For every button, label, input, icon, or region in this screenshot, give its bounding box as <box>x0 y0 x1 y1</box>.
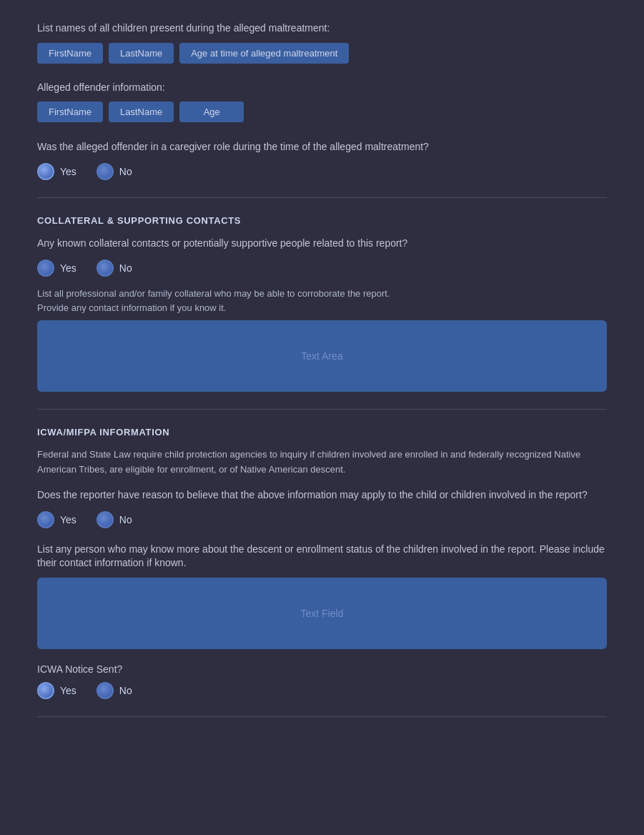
collateral-title: COLLATERAL & SUPPORTING CONTACTS <box>37 215 607 226</box>
caregiver-section: Was the alleged offender in a caregiver … <box>37 139 607 180</box>
icwa-person-label: List any person who may know more about … <box>37 543 607 570</box>
icwa-notice-no-label: No <box>119 685 132 696</box>
page-container: List names of all children present durin… <box>0 0 644 835</box>
icwa-title: ICWA/MIFPA INFORMATION <box>37 427 607 438</box>
icwa-no-option[interactable]: No <box>96 511 132 528</box>
icwa-yes-radio[interactable] <box>37 511 54 528</box>
icwa-radio-group: Yes No <box>37 511 607 528</box>
icwa-notice-label: ICWA Notice Sent? <box>37 663 607 675</box>
caregiver-radio-group: Yes No <box>37 163 607 180</box>
children-firstname-btn[interactable]: FirstName <box>37 43 103 64</box>
icwa-no-label: No <box>119 514 132 525</box>
collateral-yes-label: Yes <box>60 262 76 274</box>
offender-firstname-btn[interactable]: FirstName <box>37 102 103 122</box>
collateral-helper-1: List all professional and/or family coll… <box>37 287 607 315</box>
icwa-notice-yes-option[interactable]: Yes <box>37 682 76 699</box>
icwa-section: ICWA/MIFPA INFORMATION Federal and State… <box>37 427 607 699</box>
offender-lastname-btn[interactable]: LastName <box>109 102 174 122</box>
icwa-notice-yes-radio[interactable] <box>37 682 54 699</box>
children-lastname-btn[interactable]: LastName <box>109 43 174 64</box>
icwa-notice-section: ICWA Notice Sent? Yes No <box>37 663 607 699</box>
divider-3 <box>37 716 607 717</box>
icwa-notice-radio-group: Yes No <box>37 682 607 699</box>
caregiver-yes-radio[interactable] <box>37 163 54 180</box>
collateral-no-label: No <box>119 262 132 274</box>
icwa-no-radio[interactable] <box>96 511 114 528</box>
icwa-question: Does the reporter have reason to believe… <box>37 488 607 503</box>
caregiver-yes-label: Yes <box>60 166 76 177</box>
icwa-info-text: Federal and State Law require child prot… <box>37 448 607 478</box>
collateral-question: Any known collateral contacts or potenti… <box>37 236 607 251</box>
icwa-yes-label: Yes <box>60 514 76 525</box>
collateral-text-area-placeholder: Text Area <box>301 350 342 362</box>
divider-2 <box>37 409 607 410</box>
offender-input-row: FirstName LastName Age <box>37 102 607 122</box>
children-input-row: FirstName LastName Age at time of allege… <box>37 43 607 64</box>
icwa-text-field[interactable]: Text Field <box>37 578 607 649</box>
icwa-notice-no-radio[interactable] <box>96 682 114 699</box>
caregiver-no-option[interactable]: No <box>96 163 132 180</box>
caregiver-yes-option[interactable]: Yes <box>37 163 76 180</box>
children-age-btn[interactable]: Age at time of alleged maltreatment <box>179 43 349 64</box>
icwa-notice-no-option[interactable]: No <box>96 682 132 699</box>
collateral-radio-group: Yes No <box>37 260 607 277</box>
caregiver-no-radio[interactable] <box>96 163 114 180</box>
offender-age-btn[interactable]: Age <box>179 102 244 122</box>
collateral-yes-option[interactable]: Yes <box>37 260 76 277</box>
divider-1 <box>37 197 607 198</box>
children-section: List names of all children present durin… <box>37 21 607 64</box>
offender-section: Alleged offender information: FirstName … <box>37 81 607 123</box>
icwa-yes-option[interactable]: Yes <box>37 511 76 528</box>
icwa-text-field-placeholder: Text Field <box>301 608 344 619</box>
children-section-label: List names of all children present durin… <box>37 21 607 36</box>
collateral-no-option[interactable]: No <box>96 260 132 277</box>
caregiver-no-label: No <box>119 166 132 177</box>
caregiver-question-text: Was the alleged offender in a caregiver … <box>37 139 607 154</box>
collateral-no-radio[interactable] <box>96 260 114 277</box>
collateral-text-area[interactable]: Text Area <box>37 320 607 392</box>
offender-section-label: Alleged offender information: <box>37 81 607 95</box>
collateral-section: COLLATERAL & SUPPORTING CONTACTS Any kno… <box>37 215 607 392</box>
collateral-yes-radio[interactable] <box>37 260 54 277</box>
icwa-notice-yes-label: Yes <box>60 685 76 696</box>
